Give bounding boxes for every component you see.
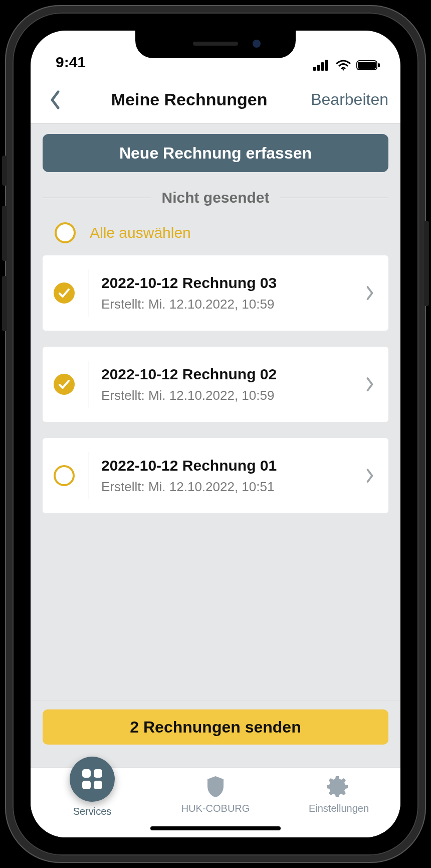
circle-unchecked-icon	[55, 222, 76, 243]
wifi-icon	[335, 60, 351, 71]
svg-point-4	[343, 69, 344, 71]
svg-rect-2	[321, 62, 324, 71]
device-notch	[135, 31, 296, 58]
select-all-toggle[interactable]: Alle auswählen	[43, 219, 388, 255]
select-all-label: Alle auswählen	[90, 224, 191, 241]
invoice-row[interactable]: 2022-10-12 Rechnung 01 Erstellt: Mi. 12.…	[43, 438, 388, 513]
chevron-right-icon	[362, 285, 377, 301]
circle-checked-icon[interactable]	[54, 374, 75, 395]
tab-label: Services	[73, 806, 112, 817]
invoice-title: 2022-10-12 Rechnung 02	[101, 366, 362, 383]
tab-huk-coburg[interactable]: HUK-COBURG	[165, 775, 266, 814]
edit-button[interactable]: Bearbeiten	[311, 90, 388, 109]
chevron-right-icon	[362, 468, 377, 483]
status-time: 9:41	[56, 54, 86, 71]
nav-header: Meine Rechnungen Bearbeiten	[31, 76, 400, 124]
section-label: Nicht gesendet	[161, 189, 269, 206]
send-invoices-button[interactable]: 2 Rechnungen senden	[43, 709, 388, 745]
invoice-title: 2022-10-12 Rechnung 03	[101, 274, 362, 292]
invoice-row[interactable]: 2022-10-12 Rechnung 02 Erstellt: Mi. 12.…	[43, 347, 388, 422]
back-button[interactable]	[43, 87, 68, 112]
invoice-subtitle: Erstellt: Mi. 12.10.2022, 10:51	[101, 479, 362, 495]
tab-label: HUK-COBURG	[181, 803, 250, 814]
invoice-title: 2022-10-12 Rechnung 01	[101, 457, 362, 474]
chevron-right-icon	[362, 377, 377, 392]
page-title: Meine Rechnungen	[111, 90, 268, 109]
cellular-icon	[313, 60, 330, 71]
new-invoice-button[interactable]: Neue Rechnung erfassen	[43, 134, 388, 172]
svg-rect-7	[378, 63, 380, 67]
svg-rect-3	[325, 60, 328, 71]
section-not-sent: Nicht gesendet	[43, 189, 388, 206]
content-area: Neue Rechnung erfassen Nicht gesendet Al…	[31, 124, 400, 767]
gear-icon	[327, 775, 351, 799]
invoice-subtitle: Erstellt: Mi. 12.10.2022, 10:59	[101, 388, 362, 403]
invoice-row[interactable]: 2022-10-12 Rechnung 03 Erstellt: Mi. 12.…	[43, 255, 388, 331]
tab-settings[interactable]: Einstellungen	[289, 775, 389, 814]
tab-label: Einstellungen	[309, 803, 369, 814]
invoice-subtitle: Erstellt: Mi. 12.10.2022, 10:59	[101, 297, 362, 312]
circle-checked-icon[interactable]	[54, 282, 75, 304]
services-grid-icon	[70, 757, 115, 802]
shield-icon	[203, 775, 228, 799]
svg-rect-6	[358, 62, 376, 69]
battery-icon	[356, 60, 380, 71]
tab-services[interactable]: Services	[42, 775, 142, 817]
svg-rect-1	[317, 65, 320, 71]
svg-rect-0	[313, 67, 316, 71]
chevron-left-icon	[49, 90, 61, 110]
home-indicator[interactable]	[150, 826, 281, 830]
circle-unchecked-icon[interactable]	[54, 465, 75, 486]
